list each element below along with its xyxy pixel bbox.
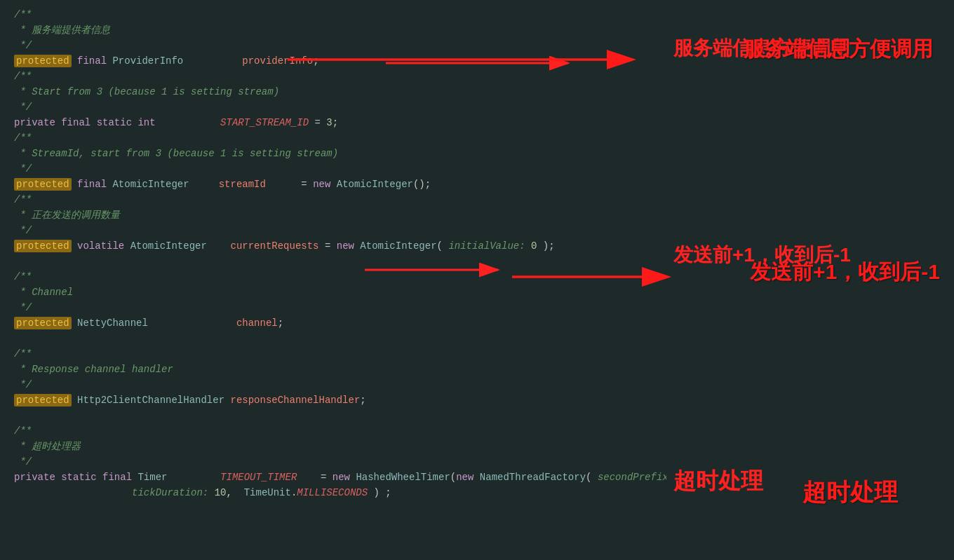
type-name: Http2ClientChannelHandler (77, 395, 224, 406)
keyword-final: final (77, 179, 107, 190)
keyword-new: new (456, 472, 473, 483)
code-line: */ (14, 100, 652, 115)
keyword-protected: protected (14, 240, 72, 252)
annotation-timeout: 超时处理 (673, 466, 763, 497)
field-name: responseChannelHandler (230, 395, 360, 406)
type-name: HashedWheelTimer (356, 472, 450, 483)
type-name: NettyChannel (77, 317, 148, 329)
keyword-volatile: volatile (77, 240, 124, 252)
annotation-area: 服务端信息方便调用 发送前+1，收到后-1 超时处理 (666, 0, 954, 560)
code-line: */ (14, 454, 652, 470)
code-line: /** (14, 192, 652, 207)
keyword-final: final (102, 472, 132, 483)
code-line: */ (14, 300, 652, 315)
code-line: /** (14, 346, 652, 362)
code-line: */ (14, 377, 652, 392)
constant-name: MILLISECONDS (297, 487, 368, 498)
keyword-static: static (61, 472, 96, 483)
type-name: AtomicInteger (112, 179, 189, 190)
keyword-private: private (14, 472, 55, 483)
code-line: * 超时处理器 (14, 439, 652, 454)
code-line: /** (14, 423, 652, 439)
type-name: NamedThreadFactory (480, 472, 586, 483)
empty-line (14, 408, 652, 423)
code-line: * Response channel handler (14, 362, 652, 377)
annotation-send-counter: 发送前+1，收到后-1 (673, 242, 851, 268)
keyword-protected: protected (14, 178, 72, 191)
code-line: protected NettyChannel channel; (14, 315, 652, 331)
keyword-new: new (313, 179, 330, 190)
field-name: streamId (219, 179, 266, 190)
type-name: Timer (137, 472, 167, 483)
field-name: providerInfo (242, 55, 313, 67)
code-line: protected Http2ClientChannelHandler resp… (14, 392, 652, 408)
code-line: private final static int START_STREAM_ID… (14, 115, 652, 130)
code-line: */ (14, 161, 652, 177)
type-name: AtomicInteger (130, 240, 207, 252)
code-line: * 正在发送的调用数量 (14, 207, 652, 223)
type-name: AtomicInteger (337, 179, 413, 190)
keyword-protected: protected (14, 55, 72, 67)
constant-name: START_STREAM_ID (220, 117, 309, 128)
number-val: 10 (215, 487, 227, 498)
number-val: 3 (326, 117, 332, 128)
code-line: tickDuration: 10, TimeUnit.MILLISECONDS … (14, 485, 652, 500)
code-line: /** (14, 7, 652, 22)
code-line: * 服务端提供者信息 (14, 22, 652, 38)
code-line: * StreamId, start from 3 (because 1 is s… (14, 146, 652, 161)
keyword-new: new (332, 472, 350, 483)
code-line: * Start from 3 (because 1 is setting str… (14, 84, 652, 100)
type-name: TimeUnit (244, 487, 291, 498)
field-name: channel (236, 317, 278, 329)
code-line: */ (14, 223, 652, 238)
constant-name: TIMEOUT_TIMER (220, 472, 297, 483)
keyword-protected: protected (14, 394, 72, 407)
keyword-private: private (14, 117, 55, 128)
field-name: currentRequests (230, 240, 318, 252)
type-name: ProviderInfo (112, 55, 183, 67)
keyword-final: final (77, 55, 107, 67)
keyword-final: final (61, 117, 90, 128)
empty-line (14, 331, 652, 346)
code-line: /** (14, 130, 652, 146)
page-wrapper: /** * 服务端提供者信息 */ protected final Provid… (0, 0, 954, 560)
annotation-server-info: 服务端信息方便调用 (673, 35, 850, 62)
keyword-static: static (97, 117, 132, 128)
keyword-protected: protected (14, 317, 72, 329)
code-line: protected final AtomicInteger streamId =… (14, 177, 652, 192)
code-line: private static final Timer TIMEOUT_TIMER… (14, 470, 652, 485)
keyword-int: int (137, 117, 155, 128)
